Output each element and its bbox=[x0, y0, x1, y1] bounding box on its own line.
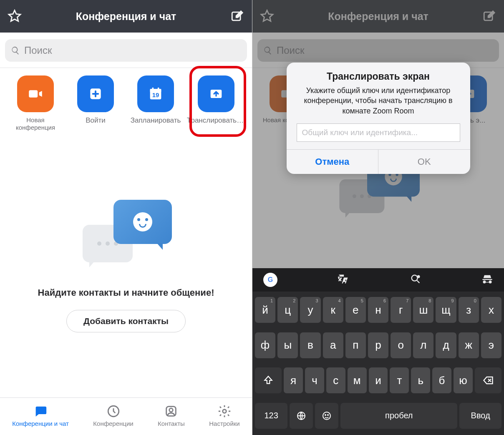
svg-text:19: 19 bbox=[152, 91, 159, 98]
key-л[interactable]: л bbox=[413, 332, 433, 358]
key-у[interactable]: у3 bbox=[300, 297, 320, 323]
star-icon[interactable] bbox=[8, 9, 22, 23]
search-alt-icon[interactable] bbox=[410, 273, 421, 287]
cancel-button[interactable]: Отмена bbox=[287, 150, 379, 174]
svg-point-21 bbox=[328, 415, 328, 415]
num-key[interactable]: 123 bbox=[255, 403, 287, 429]
header-title: Конференция и чат bbox=[22, 10, 230, 23]
actions-row: Новая конференция Войти 19 Запланировать… bbox=[0, 68, 252, 135]
key-б[interactable]: б bbox=[432, 367, 451, 393]
incognito-icon[interactable] bbox=[481, 273, 493, 287]
search-placeholder: Поиск bbox=[24, 45, 52, 56]
action-label: Запланировать bbox=[131, 116, 181, 125]
key-ю[interactable]: ю bbox=[454, 367, 473, 393]
screen-right: Конференция и чат Поиск Новая конфере...… bbox=[252, 0, 504, 435]
key-н[interactable]: н6 bbox=[368, 297, 388, 323]
enter-key[interactable]: Ввод bbox=[459, 403, 501, 429]
key-я[interactable]: я bbox=[284, 367, 303, 393]
svg-point-5 bbox=[152, 88, 154, 89]
share-screen-icon bbox=[198, 75, 234, 112]
svg-point-16 bbox=[411, 275, 417, 281]
action-share-screen[interactable]: Транслировать э... bbox=[187, 75, 245, 131]
key-о[interactable]: о bbox=[391, 332, 411, 358]
space-key[interactable]: пробел bbox=[340, 403, 457, 429]
calendar-icon: 19 bbox=[137, 75, 174, 112]
action-label: Войти bbox=[86, 116, 106, 125]
key-д[interactable]: д bbox=[436, 332, 456, 358]
svg-point-19 bbox=[323, 412, 330, 420]
empty-text: Найдите контакты и начните общение! bbox=[38, 287, 214, 298]
shift-key[interactable] bbox=[255, 367, 282, 393]
google-icon[interactable]: G bbox=[263, 273, 277, 287]
key-ь[interactable]: ь bbox=[411, 367, 430, 393]
keyboard-row-3: ячсмитьбю bbox=[255, 367, 501, 393]
keyboard-row-4: 123 пробел Ввод bbox=[255, 403, 501, 429]
key-м[interactable]: м bbox=[348, 367, 367, 393]
keyboard: G й1ц2у3к4е5н6г7ш8щ9з0х фывапролджэ ячсм… bbox=[252, 268, 504, 435]
dialog-input-wrap bbox=[297, 123, 460, 142]
tab-label: Конференции bbox=[93, 420, 133, 427]
key-ч[interactable]: ч bbox=[305, 367, 324, 393]
key-г[interactable]: г7 bbox=[391, 297, 411, 323]
key-ы[interactable]: ы bbox=[277, 332, 298, 358]
key-т[interactable]: т bbox=[390, 367, 409, 393]
sharing-key-input[interactable] bbox=[297, 123, 460, 142]
share-screen-dialog: Транслировать экран Укажите общий ключ и… bbox=[287, 63, 470, 174]
key-к[interactable]: к4 bbox=[323, 297, 343, 323]
ok-button[interactable]: OK bbox=[378, 150, 470, 174]
search-bar[interactable]: Поиск bbox=[5, 39, 247, 62]
key-а[interactable]: а bbox=[323, 332, 343, 358]
key-ф[interactable]: ф bbox=[255, 332, 275, 358]
svg-point-11 bbox=[169, 408, 173, 412]
tab-label: Настройки bbox=[209, 420, 240, 427]
key-в[interactable]: в bbox=[300, 332, 320, 358]
tab-meetings[interactable]: Конференции bbox=[93, 404, 133, 427]
svg-point-17 bbox=[417, 275, 420, 278]
dialog-buttons: Отмена OK bbox=[287, 149, 470, 174]
dialog-title: Транслировать экран bbox=[287, 63, 470, 85]
key-е[interactable]: е5 bbox=[345, 297, 366, 323]
svg-rect-1 bbox=[29, 90, 38, 98]
empty-state: Найдите контакты и начните общение! Доба… bbox=[0, 135, 252, 397]
header: Конференция и чат bbox=[0, 0, 252, 33]
key-и[interactable]: и bbox=[369, 367, 388, 393]
tab-label: Конференции и чат bbox=[12, 420, 69, 427]
compose-icon[interactable] bbox=[230, 9, 244, 23]
action-join[interactable]: Войти bbox=[67, 75, 124, 131]
svg-point-12 bbox=[223, 410, 227, 413]
tab-meet-chat[interactable]: Конференции и чат bbox=[12, 404, 69, 427]
key-с[interactable]: с bbox=[326, 367, 345, 393]
key-ц[interactable]: ц2 bbox=[277, 297, 298, 323]
search-icon bbox=[11, 46, 20, 55]
chat-illustration bbox=[80, 200, 172, 275]
key-р[interactable]: р bbox=[368, 332, 388, 358]
action-new-meeting[interactable]: Новая конференция bbox=[7, 75, 64, 131]
key-п[interactable]: п bbox=[345, 332, 366, 358]
tab-contacts[interactable]: Контакты bbox=[158, 404, 185, 427]
plus-icon bbox=[77, 75, 114, 112]
svg-point-6 bbox=[158, 88, 159, 89]
dialog-message: Укажите общий ключ или идентификатор кон… bbox=[287, 85, 470, 123]
backspace-key[interactable] bbox=[475, 367, 501, 393]
key-ж[interactable]: ж bbox=[459, 332, 479, 358]
globe-key[interactable] bbox=[290, 403, 313, 429]
action-label: Транслировать э... bbox=[187, 116, 245, 125]
video-icon bbox=[17, 75, 54, 112]
keyboard-rows: й1ц2у3к4е5н6г7ш8щ9з0х фывапролджэ ячсмит… bbox=[252, 292, 504, 435]
translate-icon[interactable] bbox=[338, 273, 349, 287]
key-з[interactable]: з0 bbox=[459, 297, 479, 323]
svg-point-20 bbox=[325, 415, 326, 415]
key-э[interactable]: э bbox=[481, 332, 501, 358]
add-contacts-button[interactable]: Добавить контакты bbox=[66, 310, 186, 332]
action-schedule[interactable]: 19 Запланировать bbox=[127, 75, 184, 131]
keyboard-row-2: фывапролджэ bbox=[255, 332, 501, 358]
action-label: Новая конференция bbox=[7, 116, 64, 131]
emoji-key[interactable] bbox=[315, 403, 338, 429]
background-content: Конференция и чат Поиск Новая конфере...… bbox=[252, 0, 504, 268]
key-ш[interactable]: ш8 bbox=[413, 297, 433, 323]
tab-label: Контакты bbox=[158, 420, 185, 427]
key-щ[interactable]: щ9 bbox=[436, 297, 456, 323]
key-х[interactable]: х bbox=[481, 297, 501, 323]
key-й[interactable]: й1 bbox=[255, 297, 275, 323]
tab-settings[interactable]: Настройки bbox=[209, 404, 240, 427]
